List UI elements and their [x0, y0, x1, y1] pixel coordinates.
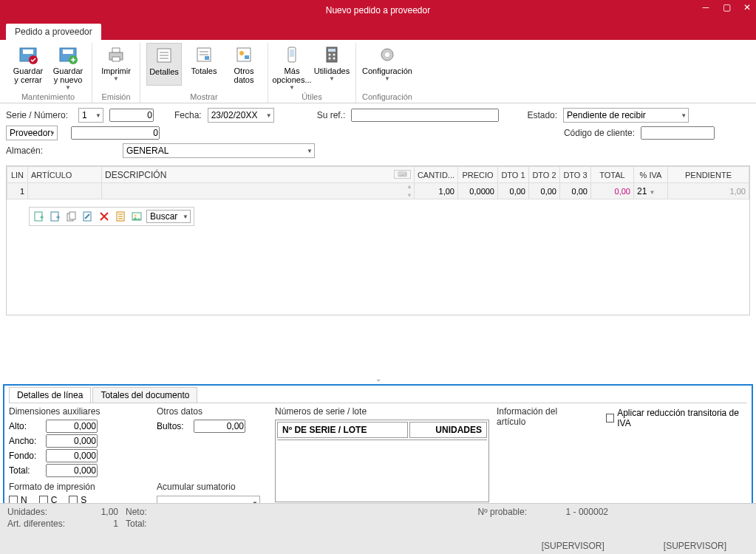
scroll-up-icon[interactable]: ▲ — [406, 183, 412, 190]
col-dto2[interactable]: DTO 2 — [529, 167, 560, 183]
total-input[interactable] — [46, 464, 98, 477]
guardar-cerrar-button[interactable]: Guardar y cerrar — [10, 43, 46, 92]
phone-icon — [282, 44, 302, 65]
ribbon-group-mantenimiento: Guardar y cerrar Guardar y nuevo ▼ Mante… — [4, 43, 92, 103]
alto-input[interactable] — [46, 420, 98, 433]
chevron-down-icon: ▼ — [95, 112, 101, 119]
numero-input[interactable] — [109, 109, 154, 122]
save-new-icon — [58, 44, 78, 65]
minimize-icon[interactable]: ─ — [700, 1, 712, 13]
title-bar: Nuevo pedido a proveedor ─ ▢ ✕ — [0, 0, 756, 21]
fecha-combo[interactable]: 23/02/20XX▼ — [208, 108, 274, 123]
other-data-icon — [234, 44, 254, 65]
table-row[interactable]: 1 ▲▼ 1,00 0,0000 0,00 0,00 0,00 0,00 21 … — [7, 183, 749, 199]
col-lin[interactable]: LIN — [7, 167, 28, 183]
alto-label: Alto: — [9, 421, 46, 431]
delete-line-icon[interactable] — [98, 210, 111, 223]
tab-pedido[interactable]: Pedido a proveedor — [6, 24, 101, 40]
maximize-icon[interactable]: ▢ — [721, 1, 732, 13]
imprimir-button[interactable]: Imprimir ▼ — [98, 43, 134, 83]
acumular-title: Acumular sumatorio — [157, 482, 268, 492]
window-controls: ─ ▢ ✕ — [700, 1, 753, 13]
cell-iva[interactable]: 21 ▼ — [634, 183, 668, 199]
configuracion-button[interactable]: Configuración ▼ — [370, 43, 405, 83]
group-label-configuracion: Configuración — [362, 92, 412, 103]
edit-line-icon[interactable] — [81, 210, 95, 223]
cell-articulo[interactable] — [28, 183, 102, 199]
cell-lin[interactable]: 1 — [7, 183, 28, 199]
insert-line-icon[interactable] — [49, 210, 62, 223]
chevron-down-icon: ▼ — [50, 130, 55, 137]
utilidades-button[interactable]: Utilidades ▼ — [314, 43, 350, 92]
proveedor-input[interactable] — [71, 126, 160, 140]
ribbon: Guardar y cerrar Guardar y nuevo ▼ Mante… — [0, 40, 756, 103]
col-pendiente[interactable]: PENDIENTE — [668, 167, 749, 183]
almacen-combo[interactable]: GENERAL▼ — [123, 143, 315, 158]
svg-point-29 — [385, 52, 389, 57]
svg-rect-1 — [23, 49, 33, 54]
cell-dto1[interactable]: 0,00 — [498, 183, 529, 199]
cell-cantidad[interactable]: 1,00 — [414, 183, 457, 199]
serie-combo[interactable]: 1▼ — [78, 108, 103, 123]
image-icon[interactable] — [130, 210, 143, 223]
col-cantidad[interactable]: CANTID... — [414, 167, 457, 183]
formato-title: Formato de impresión — [9, 482, 149, 492]
codigo-cliente-input[interactable] — [641, 126, 715, 140]
n-probable-label: Nº probable: — [478, 507, 527, 517]
estado-combo[interactable]: Pendiente de recibir▼ — [563, 108, 689, 123]
svg-rect-7 — [112, 48, 120, 52]
chevron-down-icon: ▼ — [384, 75, 390, 82]
svg-rect-31 — [51, 212, 58, 221]
new-line-icon[interactable] — [33, 210, 46, 223]
details-icon — [154, 45, 174, 66]
buscar-combo[interactable]: Buscar▼ — [146, 210, 191, 223]
ancho-input[interactable] — [46, 434, 98, 448]
col-iva[interactable]: % IVA — [634, 167, 668, 183]
col-articulo[interactable]: ARTÍCULO — [28, 167, 102, 183]
detalles-button[interactable]: Detalles — [146, 43, 182, 86]
proveedor-label-combo[interactable]: Proveedor:▼ — [6, 126, 58, 140]
chevron-down-icon: ▼ — [681, 112, 687, 119]
cell-dto3[interactable]: 0,00 — [560, 183, 591, 199]
copy-line-icon[interactable] — [65, 210, 78, 223]
su-ref-input[interactable] — [351, 109, 499, 122]
bultos-input[interactable] — [194, 420, 245, 433]
otros-datos-title: Otros datos — [157, 406, 268, 417]
supervisor-1: [SUPERVISOR] — [542, 541, 605, 551]
col-dto1[interactable]: DTO 1 — [498, 167, 529, 183]
n-probable-value: 1 - 000002 — [527, 507, 608, 517]
col-descripcion[interactable]: DESCRIPCIÓN⌨ — [102, 167, 415, 183]
col-precio[interactable]: PRECIO — [458, 167, 498, 183]
cell-dto2[interactable]: 0,00 — [529, 183, 560, 199]
save-close-icon — [18, 44, 38, 65]
fecha-label: Fecha: — [174, 110, 202, 120]
tab-totales-documento[interactable]: Totales del documento — [92, 387, 197, 403]
mas-opciones-button[interactable]: Más opciones... ▼ — [274, 43, 310, 92]
svg-rect-30 — [35, 212, 42, 221]
cell-pendiente[interactable]: 1,00 — [668, 183, 749, 199]
splitter-handle[interactable]: ⌄ — [0, 375, 756, 383]
tab-detalles-linea[interactable]: Detalles de línea — [9, 387, 91, 403]
close-icon[interactable]: ✕ — [741, 1, 753, 13]
serial-table[interactable]: Nº DE SERIE / LOTEUNIDADES — [275, 420, 489, 502]
totales-button[interactable]: Totales — [186, 43, 222, 86]
lines-grid[interactable]: LIN ARTÍCULO DESCRIPCIÓN⌨ CANTID... PREC… — [6, 165, 750, 315]
info-articulo-title: Información del artículo — [497, 406, 584, 427]
scroll-down-icon[interactable]: ▼ — [406, 192, 412, 199]
ribbon-group-utiles: Más opciones... ▼ Utilidades ▼ Útiles — [268, 43, 356, 103]
col-dto3[interactable]: DTO 3 — [560, 167, 591, 183]
notes-icon[interactable] — [114, 210, 127, 223]
dimensiones-title: Dimensiones auxiliares — [9, 406, 149, 417]
otros-datos-button[interactable]: Otros datos — [226, 43, 262, 86]
cell-total[interactable]: 0,00 — [591, 183, 634, 199]
cell-precio[interactable]: 0,0000 — [458, 183, 498, 199]
col-total[interactable]: TOTAL — [591, 167, 634, 183]
bultos-label: Bultos: — [157, 421, 194, 431]
svg-rect-23 — [328, 49, 336, 52]
neto-label: Neto: — [126, 507, 147, 517]
check-reduccion-iva[interactable]: Aplicar reducción transitoria de IVA — [606, 406, 747, 430]
fondo-input[interactable] — [46, 449, 98, 462]
cell-desc[interactable]: ▲▼ — [102, 183, 415, 199]
guardar-nuevo-button[interactable]: Guardar y nuevo ▼ — [50, 43, 86, 92]
group-label-mantenimiento: Mantenimiento — [21, 92, 75, 103]
